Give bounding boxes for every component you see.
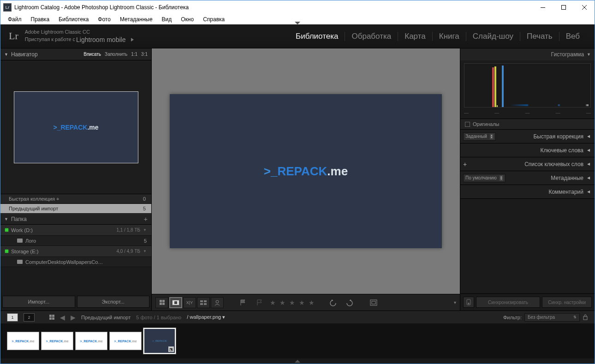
menu-edit[interactable]: Правка [26, 15, 54, 24]
svg-rect-9 [204, 303, 207, 305]
preview-main: REPACK [60, 124, 87, 131]
filmstrip-breadcrumb[interactable]: Предыдущий импорт [81, 315, 131, 320]
checkbox-icon[interactable] [465, 122, 470, 127]
dropdown[interactable]: По умолчанию▲▼ [463, 174, 506, 182]
module-Печать[interactable]: Печать [520, 32, 559, 41]
play-icon[interactable] [131, 38, 134, 42]
dropdown[interactable]: Заданный▲▼ [463, 132, 496, 141]
navigator-header[interactable]: ▼ Навигатор ВписатьЗаполнить1:13:1 [0, 48, 151, 60]
toolbar-chevron-icon[interactable]: ▾ [454, 300, 456, 305]
sync-settings-button[interactable]: Синхр. настройки [542, 297, 592, 308]
thumbnail-selected[interactable]: >_REPACK⬔ [143, 328, 176, 354]
chevron-down-icon: ▼ [4, 52, 8, 57]
svg-rect-0 [541, 7, 545, 8]
catalog-list: Быстрая коллекция +0Предыдущий импорт5 [0, 194, 151, 214]
next-arrow-icon[interactable]: ▶ [71, 314, 76, 321]
navigator-preview[interactable]: >_REPACK.me [0, 60, 151, 194]
nav-zoom-3:1[interactable]: 3:1 [141, 52, 148, 57]
flag-reject-icon[interactable] [253, 297, 266, 308]
thumbnail[interactable]: >_REPACK.me [75, 332, 107, 350]
flag-pick-icon[interactable] [237, 297, 250, 308]
loupe-view-button[interactable] [169, 297, 182, 308]
folders-header[interactable]: ▼ Папка + [0, 214, 151, 225]
brand-line2b[interactable]: Lightroom mobile [76, 36, 125, 44]
volume-row[interactable]: Work (D:)1,1 / 1,8 ТБ▼ [0, 225, 151, 236]
filmstrip-filename: wallpaper.png [190, 314, 221, 320]
module-Библиотека[interactable]: Библиотека [289, 32, 345, 41]
svg-rect-11 [370, 300, 377, 305]
import-button[interactable]: Импорт... [2, 296, 75, 308]
module-Карта[interactable]: Карта [398, 32, 433, 41]
add-folder-icon[interactable]: + [144, 215, 148, 223]
rotate-ccw-icon[interactable] [327, 297, 339, 308]
monitor-2-button[interactable]: 2 [24, 313, 35, 322]
originals-row[interactable]: Оригиналы [460, 119, 595, 130]
panel-row-Метаданные[interactable]: По умолчанию▲▼Метаданные◀ [460, 171, 595, 185]
filmstrip-counts: 5 фото / 1 выбрано [136, 315, 181, 320]
image-canvas[interactable]: >_REPACK.me [152, 48, 460, 294]
volume-status-icon [5, 250, 8, 253]
menu-window[interactable]: Окно [176, 15, 198, 24]
filter-label: Фильтр: [503, 315, 522, 320]
thumbnail[interactable]: >_REPACK.me [41, 332, 73, 350]
chevron-down-icon: ▼ [4, 217, 8, 221]
rotate-cw-icon[interactable] [343, 297, 356, 308]
module-Обработка[interactable]: Обработка [345, 32, 398, 41]
grid-view-button[interactable] [155, 297, 168, 308]
folder-row[interactable]: Лого5 [0, 236, 151, 246]
collapse-top-icon[interactable] [295, 22, 300, 24]
thumbnail[interactable]: >_REPACK.me [109, 332, 142, 350]
svg-rect-1 [561, 6, 565, 10]
volume-status-icon [5, 228, 8, 232]
filmstrip[interactable]: >_REPACK.me >_REPACK.me >_REPACK.me >_RE… [0, 323, 595, 358]
prev-arrow-icon[interactable]: ◀ [60, 314, 65, 321]
folder-icon [17, 239, 23, 243]
collapse-bottom-icon[interactable] [295, 360, 300, 363]
sync-toggle-icon[interactable] [463, 297, 474, 308]
menu-photo[interactable]: Фото [93, 15, 115, 24]
folder-row[interactable]: ComputerDesktopWallpapersCo… [0, 257, 151, 267]
filter-dropdown[interactable]: Без фильтра⇅ [524, 313, 580, 322]
panel-row-Быстрая коррекция[interactable]: Заданный▲▼Быстрая коррекция◀ [460, 130, 595, 143]
filmstrip-header: 1 2 ◀ ▶ Предыдущий импорт 5 фото / 1 выб… [0, 310, 595, 323]
catalog-row[interactable]: Быстрая коллекция +0 [0, 194, 151, 204]
volume-row[interactable]: Storage (E:)4,0 / 4,9 ТБ▼ [0, 246, 151, 257]
close-button[interactable] [574, 0, 595, 14]
brand-line2a: Приступая к работе с [25, 36, 75, 42]
folders-title: Папка [11, 216, 27, 222]
menu-view[interactable]: Вид [157, 15, 177, 24]
compare-view-button[interactable]: X|Y [183, 297, 196, 308]
histogram-header[interactable]: Гистограмма ▼ [460, 48, 595, 60]
survey-view-button[interactable] [197, 297, 210, 308]
plus-icon[interactable]: + [463, 161, 467, 168]
filter-lock-icon[interactable] [583, 314, 588, 321]
module-Слайд-шоу[interactable]: Слайд-шоу [466, 32, 520, 41]
app-icon: Lr [3, 3, 12, 12]
nav-zoom-Вписать[interactable]: Вписать [83, 52, 101, 57]
catalog-row[interactable]: Предыдущий импорт5 [0, 204, 151, 214]
menu-metadata[interactable]: Метаданные [115, 15, 157, 24]
nav-zoom-Заполнить[interactable]: Заполнить [105, 52, 127, 57]
sync-button[interactable]: Синхронизировать [476, 297, 540, 308]
svg-point-10 [216, 300, 219, 303]
menu-file[interactable]: Файл [3, 15, 26, 24]
rating-stars[interactable]: ★ ★ ★ ★ ★ [270, 299, 315, 306]
thumbnail[interactable]: >_REPACK.me [7, 332, 39, 350]
export-button[interactable]: Экспорт... [77, 296, 150, 308]
histogram[interactable] [464, 63, 591, 107]
module-Книга[interactable]: Книга [433, 32, 466, 41]
menu-help[interactable]: Справка [198, 15, 229, 24]
panel-row-Список ключевых слов[interactable]: +Список ключевых слов◀ [460, 157, 595, 171]
module-picker: БиблиотекаОбработкаКартаКнигаСлайд-шоуПе… [289, 32, 586, 41]
nav-zoom-1:1[interactable]: 1:1 [131, 52, 137, 57]
grid-icon[interactable] [49, 315, 54, 320]
people-view-button[interactable] [211, 297, 224, 308]
panel-row-Комментарий[interactable]: Комментарий◀ [460, 185, 595, 199]
frame-icon[interactable] [367, 297, 380, 308]
panel-row-Ключевые слова[interactable]: Ключевые слова◀ [460, 143, 595, 157]
module-Веб[interactable]: Веб [559, 32, 586, 41]
minimize-button[interactable] [532, 0, 553, 14]
maximize-button[interactable] [553, 0, 574, 14]
monitor-1-button[interactable]: 1 [7, 313, 18, 322]
menu-library[interactable]: Библиотека [54, 15, 93, 24]
